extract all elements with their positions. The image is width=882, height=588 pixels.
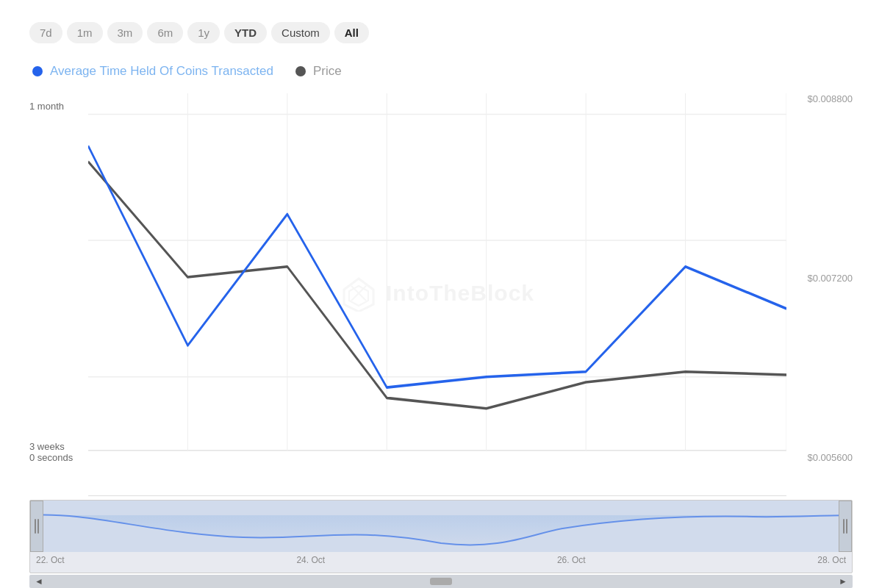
y-label-right-top: $0.008800 (808, 93, 853, 104)
chart-main: 1 month 3 weeks 0 seconds IntoTheBlock (29, 93, 853, 492)
mini-x-label-0: 22. Oct (36, 555, 65, 570)
main-container: 7d 1m 3m 6m 1y YTD Custom All Average Ti… (0, 0, 882, 588)
mini-handle-right[interactable] (839, 501, 852, 552)
mini-chart-inner (30, 501, 852, 552)
mini-x-label-2: 26. Oct (557, 555, 586, 570)
mini-handle-left[interactable] (30, 501, 43, 552)
mini-x-axis: 22. Oct 24. Oct 26. Oct 28. Oct (30, 552, 852, 570)
btn-1y[interactable]: 1y (187, 22, 220, 43)
handle-line (843, 519, 845, 534)
scroll-thumb-container (46, 578, 836, 585)
scroll-thumb[interactable] (430, 578, 452, 585)
legend-label-avg-time: Average Time Held Of Coins Transacted (50, 64, 273, 79)
btn-all[interactable]: All (334, 22, 369, 43)
btn-3m[interactable]: 3m (107, 22, 143, 43)
chart-svg (88, 93, 786, 492)
mini-x-label-1: 24. Oct (296, 555, 325, 570)
legend-dot-blue (32, 66, 43, 76)
y-axis-right: $0.008800 $0.007200 $0.005600 (786, 93, 853, 492)
legend-label-price: Price (313, 64, 342, 79)
btn-ytd[interactable]: YTD (224, 22, 267, 43)
scrollbar[interactable]: ◄ ► (29, 575, 853, 588)
chart-center: IntoTheBlock (88, 93, 786, 492)
scroll-left-arrow[interactable]: ◄ (32, 575, 46, 588)
legend-price: Price (295, 64, 342, 79)
handle-line (37, 519, 39, 534)
btn-custom[interactable]: Custom (271, 22, 330, 43)
scroll-right-arrow[interactable]: ► (836, 575, 850, 588)
y-label-right-mid: $0.007200 (808, 273, 853, 284)
btn-6m[interactable]: 6m (147, 22, 183, 43)
chart-wrapper: 1 month 3 weeks 0 seconds IntoTheBlock (29, 93, 853, 588)
y-label-bottom: 0 seconds (29, 452, 73, 463)
y-label-top: 1 month (29, 101, 64, 112)
handle-line (846, 519, 847, 534)
time-range-bar: 7d 1m 3m 6m 1y YTD Custom All (29, 22, 853, 43)
scroll-track: ◄ ► (29, 575, 853, 588)
btn-7d[interactable]: 7d (29, 22, 62, 43)
handle-line (35, 519, 36, 534)
chart-legend: Average Time Held Of Coins Transacted Pr… (29, 64, 853, 79)
legend-avg-time: Average Time Held Of Coins Transacted (32, 64, 273, 79)
mini-selection (30, 501, 852, 552)
legend-dot-dark (295, 66, 306, 76)
btn-1m[interactable]: 1m (67, 22, 103, 43)
y-label-right-bottom: $0.005600 (808, 452, 853, 463)
mini-chart-section[interactable]: 22. Oct 24. Oct 26. Oct 28. Oct (29, 500, 853, 573)
y-label-mid: 3 weeks (29, 441, 65, 452)
y-axis-left: 1 month 3 weeks 0 seconds (29, 93, 88, 492)
mini-x-label-3: 28. Oct (817, 555, 846, 570)
